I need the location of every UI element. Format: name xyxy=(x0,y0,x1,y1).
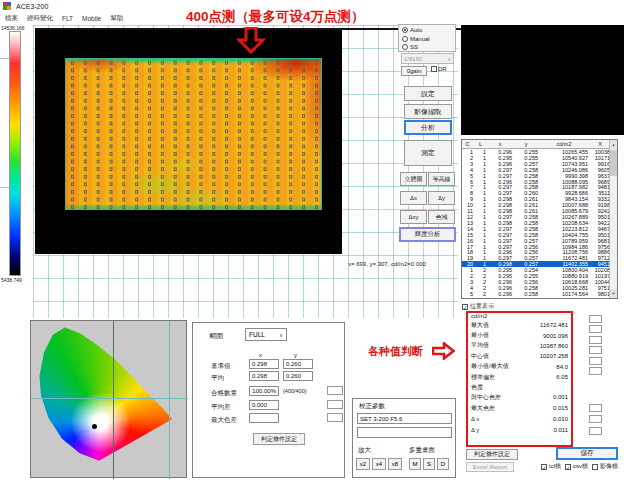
luminance-colorbar xyxy=(9,31,21,276)
dr-checkbox[interactable]: DR xyxy=(431,66,447,72)
judge-condition-button-form[interactable]: 判定條件設定 xyxy=(253,433,305,445)
stats-luminance-rows: 最大值11672.481最小值9001.096平均值10387.860中心值10… xyxy=(471,320,568,382)
zoom-x4-button[interactable]: x4 xyxy=(372,458,386,470)
menu-item[interactable]: 經時變化 xyxy=(27,14,53,23)
measurement-table[interactable]: CLxycd/m2X 110.2960.25510265.45510038210… xyxy=(461,139,618,299)
stat-label: Δ y xyxy=(471,427,479,433)
menu-item[interactable]: FLT xyxy=(62,15,73,22)
delta-y-button[interactable]: Δy xyxy=(428,191,455,205)
form-x-field[interactable]: 0.298 xyxy=(249,359,279,369)
contour-button[interactable]: 等高線 xyxy=(428,172,455,186)
form-x-field[interactable]: 0.298 xyxy=(249,371,279,381)
shutter-select[interactable]: 1/8192 ∨ xyxy=(401,53,454,64)
radio-icon xyxy=(402,27,408,33)
pass-count-note: (400/400) xyxy=(283,388,307,394)
calibration-value2-field[interactable] xyxy=(357,427,452,438)
gain-button[interactable]: 0gain xyxy=(401,66,427,76)
gamut-button[interactable]: 色域 xyxy=(428,210,455,224)
menu-item[interactable]: 檔案 xyxy=(5,14,18,23)
mode-radio-auto[interactable]: Auto xyxy=(402,26,455,35)
result-box xyxy=(589,357,602,365)
multi-screen-label: 多重畫面 xyxy=(409,446,435,455)
multi-d-button[interactable]: D xyxy=(437,458,449,470)
stats-chroma-rows: 與中心色差0.001最大色差0.015Δ x0.010Δ y0.011 xyxy=(471,392,568,435)
pass-count-field[interactable]: 100.00% xyxy=(249,386,279,396)
save-button[interactable]: 儲存 xyxy=(556,447,618,460)
shutter-value: 1/8192 xyxy=(404,56,422,62)
multi-s-button[interactable]: S xyxy=(423,458,435,470)
range-select[interactable]: FULL ∨ xyxy=(245,328,287,341)
mode-radio-manual[interactable]: Manual xyxy=(402,35,455,44)
chevron-down-icon: ∨ xyxy=(279,332,283,338)
form-y-field[interactable]: 0.260 xyxy=(283,359,313,369)
zoom-x2-button[interactable]: x2 xyxy=(356,458,370,470)
checkbox-label: csv檔 xyxy=(573,462,588,471)
table-scrollbar[interactable]: ▲ ▼ xyxy=(609,140,617,298)
solid-3d-button[interactable]: 立體圖 xyxy=(400,172,427,186)
stat-value: 0.010 xyxy=(553,416,568,422)
table-row[interactable]: 520.2960.25810174.5649801 xyxy=(462,291,611,297)
table-cell: 2 xyxy=(475,291,488,297)
table-cell: 0.296 xyxy=(488,291,514,297)
stat-value: 0.015 xyxy=(553,405,568,411)
excel-report-button[interactable]: Excel Report xyxy=(466,462,514,472)
multi-m-button[interactable]: M xyxy=(409,458,421,470)
zoom-label: 放大 xyxy=(358,446,371,455)
stat-value: 10207.258 xyxy=(540,353,568,359)
stat-row: 最大色差0.015 xyxy=(471,403,568,414)
stat-label: 最大值 xyxy=(471,321,489,330)
result-box xyxy=(589,346,602,354)
scroll-down-icon[interactable]: ▼ xyxy=(610,289,617,298)
export-checkbox-影像檔[interactable]: 影像檔 xyxy=(592,462,618,471)
avg-diff-field[interactable]: 0.000 xyxy=(249,400,279,410)
result-box xyxy=(589,415,602,423)
delta-x-button[interactable]: Δx xyxy=(400,191,427,205)
export-checkbox-csv檔[interactable]: ✓csv檔 xyxy=(565,462,588,471)
menu-item[interactable]: Mobile xyxy=(82,15,101,22)
stat-row: 標準偏差6.05 xyxy=(471,372,568,382)
scale-tick-line xyxy=(0,58,9,59)
dr-label: DR xyxy=(438,66,447,72)
zoom-x8-button[interactable]: x8 xyxy=(388,458,402,470)
cie-chromaticity-panel[interactable] xyxy=(30,320,187,478)
max-colordiff-field[interactable] xyxy=(249,413,279,423)
measure-button[interactable]: 測定 xyxy=(404,140,452,166)
table-cell: 9801 xyxy=(590,291,611,297)
checkbox-label: 影像檔 xyxy=(600,462,618,471)
radio-label: SS xyxy=(410,44,418,50)
export-checkbox-tcl檔[interactable]: ✓tcl檔 xyxy=(541,462,561,471)
position-display-checkbox[interactable]: ✓ 位置表示 xyxy=(462,302,494,311)
stat-value: 84.0 xyxy=(556,364,568,370)
stats-chroma-section-label: 色度 xyxy=(471,383,483,392)
analyze-button[interactable]: 分析 xyxy=(404,120,452,135)
result-box xyxy=(589,404,602,412)
luminance-heatmap[interactable] xyxy=(65,58,322,210)
luminance-analysis-button[interactable]: 輝度分析 xyxy=(399,227,456,242)
stat-label: 與中心色差 xyxy=(471,393,501,402)
chevron-down-icon: ∨ xyxy=(447,56,453,62)
settings-button[interactable]: 設定 xyxy=(404,86,452,101)
stat-row: Δ x0.010 xyxy=(471,414,568,425)
delta-xy-button[interactable]: Δxy xyxy=(400,210,427,224)
annotation-down-arrow-icon xyxy=(237,27,265,54)
scrollbar-thumb[interactable] xyxy=(610,150,617,176)
form-y-field[interactable]: 0.260 xyxy=(283,371,313,381)
judge-condition-button[interactable]: 判定條件設定 xyxy=(466,449,518,460)
app-icon xyxy=(3,2,11,10)
calibration-value-field[interactable]: SET 3-200 F5.6 xyxy=(357,413,452,424)
column-header: L xyxy=(475,141,488,147)
stat-label: Δ x xyxy=(471,416,479,422)
scroll-up-icon[interactable]: ▲ xyxy=(610,140,617,149)
image-capture-button[interactable]: 影像擷取 xyxy=(404,104,452,119)
mode-radio-ss[interactable]: SS xyxy=(402,43,455,52)
table-body[interactable]: 110.2960.25510265.45510038210.2950.25510… xyxy=(462,149,611,298)
radio-label: Auto xyxy=(410,27,422,33)
measurement-view[interactable] xyxy=(35,30,342,254)
position-display-label: 位置表示 xyxy=(470,302,494,311)
checkbox-icon: ✓ xyxy=(462,304,468,310)
cie-gridline-vertical xyxy=(169,321,170,479)
column-header: C xyxy=(462,141,475,147)
calibration-title: 校正參數 xyxy=(359,402,385,411)
column-header: cd/m2 xyxy=(540,141,590,147)
menu-item[interactable]: 幫助 xyxy=(110,14,123,23)
